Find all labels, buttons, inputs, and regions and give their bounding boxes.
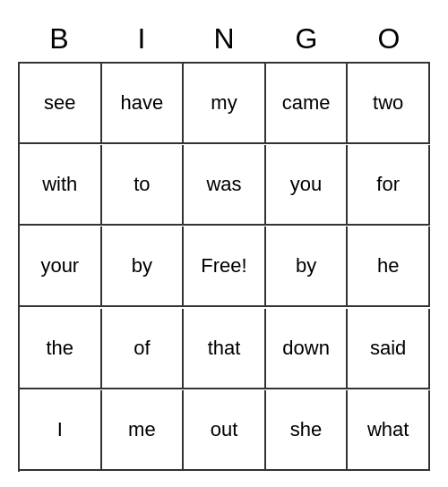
bingo-cell-5: with xyxy=(20,145,102,226)
bingo-cell-8: you xyxy=(266,145,349,226)
bingo-cell-16: of xyxy=(102,309,185,389)
bingo-cell-14: he xyxy=(348,226,430,307)
bingo-header: BINGO xyxy=(18,15,430,62)
bingo-cell-2: my xyxy=(184,64,266,144)
bingo-cell-18: down xyxy=(266,309,349,389)
bingo-cell-9: for xyxy=(348,145,430,226)
bingo-grid: seehavemycametwowithtowasyouforyourbyFre… xyxy=(18,62,430,472)
bingo-cell-11: by xyxy=(102,226,185,307)
bingo-cell-13: by xyxy=(266,226,349,307)
header-letter-i: I xyxy=(100,15,183,62)
bingo-cell-6: to xyxy=(102,145,185,226)
bingo-cell-15: the xyxy=(20,309,102,389)
bingo-cell-12: Free! xyxy=(184,226,266,307)
header-letter-b: B xyxy=(18,15,100,62)
bingo-cell-4: two xyxy=(348,64,430,144)
bingo-cell-3: came xyxy=(266,64,349,144)
bingo-cell-0: see xyxy=(20,64,102,144)
bingo-cell-20: I xyxy=(20,390,102,471)
bingo-cell-1: have xyxy=(102,64,185,144)
header-letter-n: N xyxy=(183,15,265,62)
header-letter-g: G xyxy=(265,15,348,62)
bingo-card: BINGO seehavemycametwowithtowasyouforyou… xyxy=(18,15,430,472)
bingo-cell-21: me xyxy=(102,390,185,471)
bingo-cell-17: that xyxy=(184,309,266,389)
bingo-cell-19: said xyxy=(348,309,430,389)
bingo-cell-10: your xyxy=(20,226,102,307)
bingo-cell-7: was xyxy=(184,145,266,226)
bingo-cell-23: she xyxy=(266,390,349,471)
bingo-cell-24: what xyxy=(348,390,430,471)
bingo-cell-22: out xyxy=(184,390,266,471)
header-letter-o: O xyxy=(348,15,430,62)
